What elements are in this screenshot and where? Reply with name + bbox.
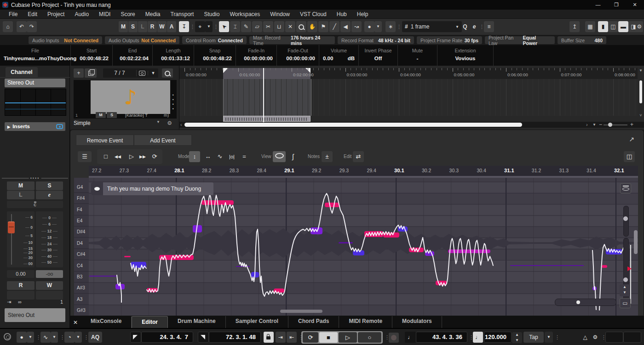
view-segments-icon[interactable] <box>273 151 286 162</box>
menu-transport[interactable]: Transport <box>165 11 199 17</box>
state-button-m[interactable]: M <box>119 21 128 32</box>
quantize-icon[interactable]: Q <box>460 21 470 32</box>
chevron-down-icon[interactable]: ▼ <box>51 332 58 343</box>
pan-control[interactable]: c <box>7 201 63 208</box>
metronome-icon[interactable]: △ <box>581 332 590 343</box>
info-value[interactable]: 00:00:48:22 <box>194 56 236 61</box>
status-control-room[interactable]: Control RoomConnected <box>182 36 247 44</box>
tab-mixconsole[interactable]: MixConsole <box>81 316 132 328</box>
inserts-section[interactable]: ▶Inserts <box>5 122 65 131</box>
info-value[interactable]: 0.00dB <box>319 56 358 61</box>
status-audio-inputs[interactable]: Audio InputsNot Connected <box>29 36 102 44</box>
editor-hscrollbar[interactable] <box>280 310 322 313</box>
note-label-fs4[interactable]: F#4 <box>74 193 89 204</box>
overview-clip[interactable] <box>223 116 310 122</box>
drag-handle-icon[interactable]: ▪▪▪▪ <box>171 93 175 111</box>
editor-ruler[interactable]: 27.227.327.428.128.228.328.429.129.229.3… <box>89 166 638 176</box>
search-icon[interactable] <box>162 68 173 78</box>
mute-button[interactable]: M <box>7 181 34 190</box>
align-icon[interactable]: ≡ <box>484 21 494 32</box>
pitch-segment[interactable] <box>325 203 339 207</box>
lower-zone-toggle[interactable]: ▬ <box>618 21 628 32</box>
listen-button[interactable]: L <box>7 191 34 199</box>
restore-button[interactable]: ❐ <box>607 0 626 10</box>
pitch-segment[interactable] <box>602 265 607 268</box>
note-label-d4[interactable]: D4 <box>74 238 89 249</box>
rewind-icon[interactable]: ◀◀ <box>112 151 124 162</box>
pitch-canvas[interactable] <box>89 178 638 316</box>
tab-modulators[interactable]: Modulators <box>392 316 442 328</box>
mode-tilt-icon[interactable]: ∿ <box>214 151 225 162</box>
channel-name[interactable]: Stereo Out <box>5 79 65 87</box>
undo-icon[interactable]: ↶ <box>17 21 27 32</box>
pitch-segment[interactable] <box>339 242 353 243</box>
video-thumbnail[interactable]: ♪ ▪▪▪▪ 1 M S [Karaoke] T m) <box>74 80 177 119</box>
hand-tool[interactable]: ✋ <box>307 21 317 32</box>
more-icon[interactable]: ⋮ <box>60 333 63 341</box>
more-icon[interactable]: ⋮ <box>601 333 604 341</box>
menu-workspaces[interactable]: Workspaces <box>224 11 265 17</box>
bypass-icon[interactable] <box>56 124 63 129</box>
menu-edit[interactable]: Edit <box>23 11 42 17</box>
locator-lock-button[interactable] <box>264 332 274 343</box>
mute-tool[interactable]: ✕ <box>285 21 295 32</box>
punch-in-icon[interactable]: ⇥ <box>276 332 286 343</box>
midi-record-mode-icon[interactable]: ◔ <box>64 332 75 343</box>
camera-icon[interactable] <box>136 70 148 76</box>
mode-vertical-icon[interactable]: ↕ <box>189 151 200 162</box>
gear-icon[interactable]: ⚙ <box>167 120 172 126</box>
cycle-button[interactable]: ⟳ <box>303 332 318 343</box>
play-tool[interactable]: ⚑ <box>318 21 328 32</box>
tab-chord-pads[interactable]: Chord Pads <box>288 316 339 328</box>
state-button-w[interactable]: W <box>157 21 167 32</box>
notes-plusminus-icon[interactable]: ± <box>322 151 333 162</box>
note-label-a3[interactable]: A3 <box>74 294 89 305</box>
punch-out-icon[interactable]: ⇤ <box>287 332 297 343</box>
menu-project[interactable]: Project <box>42 11 69 17</box>
menu-score[interactable]: Score <box>115 11 140 17</box>
tempo-stepper[interactable]: ▲▼ <box>512 332 522 343</box>
keyboard-icon[interactable]: ▦ <box>585 21 595 32</box>
note-label-f4[interactable]: F4 <box>74 204 89 215</box>
duplicate-icon[interactable] <box>85 68 97 78</box>
status-project-pan-law[interactable]: Project Pan LawEqual Power <box>485 36 555 44</box>
zoom-slider-thumb[interactable] <box>608 123 612 127</box>
glue-tool[interactable]: ⊔ <box>274 21 284 32</box>
menu-hub[interactable]: Hub <box>332 11 352 17</box>
pitch-segment[interactable] <box>89 276 117 277</box>
play-button[interactable]: ▷ <box>339 332 357 343</box>
edit-channel-button[interactable]: e <box>36 191 63 199</box>
tab-midi-remote[interactable]: MIDI Remote <box>339 316 392 328</box>
metronome-setup-icon[interactable]: ⚙ <box>591 332 600 343</box>
tab-drum-machine[interactable]: Drum Machine <box>168 316 226 328</box>
info-value[interactable]: - <box>398 56 437 61</box>
left-locator-time[interactable]: 24. 3. 4. 7 <box>141 332 193 343</box>
chevron-down-icon[interactable]: ▼ <box>156 120 160 124</box>
menu-window[interactable]: Window <box>265 11 295 17</box>
right-locator-time[interactable]: 72. 3. 1. 48 <box>209 332 261 343</box>
ruler-options-icon[interactable]: ▼ <box>638 68 644 73</box>
mode-range-icon[interactable]: |o| <box>226 151 237 162</box>
snap-toggle-icon[interactable]: ∗ <box>385 21 396 32</box>
menu-help[interactable]: Help <box>352 11 374 17</box>
info-value[interactable]: 00:00:00:00 <box>277 56 319 61</box>
chevron-down-icon[interactable]: ▼ <box>27 332 34 343</box>
clip-mute-button[interactable]: M <box>96 112 106 118</box>
overview-ruler[interactable]: 0:00:00:000:01:00:000:02:00:000:03:00:00… <box>179 68 638 79</box>
level-value[interactable]: 0.00 <box>7 270 34 278</box>
chevron-down-icon[interactable]: ▼ <box>545 332 553 343</box>
state-button-s[interactable]: S <box>128 21 138 32</box>
color-tool[interactable]: ● <box>364 21 374 32</box>
pitch-segment[interactable] <box>124 256 131 257</box>
left-locator-icon[interactable] <box>130 332 141 343</box>
scroll-right-icon[interactable]: › <box>586 122 588 128</box>
panel-toggle-icon[interactable]: ◫ <box>624 151 635 162</box>
slider-thumb[interactable] <box>576 300 580 304</box>
line-tool[interactable]: ╱ <box>329 21 339 32</box>
mode-straighten-icon[interactable]: = <box>239 151 250 162</box>
volume-mini-slider[interactable] <box>555 299 616 306</box>
note-label-c4[interactable]: C4 <box>74 260 89 271</box>
write-automation-button[interactable]: W <box>36 281 63 290</box>
status-max-record-time[interactable]: Max. Record Time176 hours 24 mins <box>249 36 335 44</box>
more-icon[interactable]: ⋮ <box>555 333 558 341</box>
